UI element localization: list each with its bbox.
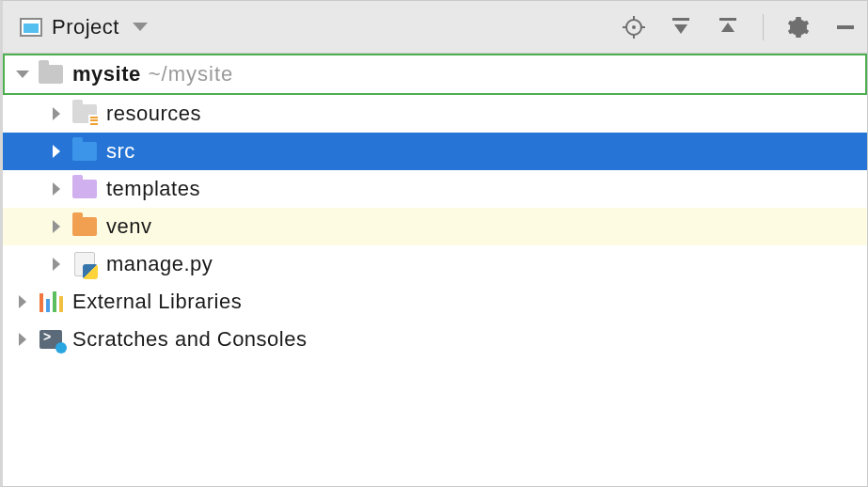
excluded-folder-icon — [71, 217, 99, 236]
tree-node-external-libraries[interactable]: External Libraries — [3, 283, 867, 321]
tree-node-resources[interactable]: resources — [3, 95, 867, 133]
scratches-icon — [37, 330, 65, 349]
chevron-collapsed-icon[interactable] — [48, 220, 65, 233]
templates-folder-icon — [71, 180, 99, 198]
svg-rect-8 — [719, 18, 736, 21]
node-label: mysite — [72, 62, 141, 86]
node-path: ~/mysite — [149, 62, 234, 86]
tree-node-venv[interactable]: venv — [3, 208, 867, 245]
node-label: src — [106, 139, 135, 164]
tree-node-root[interactable]: mysite ~/mysite — [3, 54, 867, 95]
project-tool-window: Project — [0, 0, 868, 487]
chevron-collapsed-icon[interactable] — [48, 107, 65, 120]
project-title: Project — [52, 15, 119, 39]
chevron-collapsed-icon[interactable] — [48, 258, 65, 271]
svg-marker-7 — [674, 24, 687, 34]
node-label: manage.py — [106, 252, 213, 276]
chevron-collapsed-icon[interactable] — [14, 333, 31, 346]
node-label: Scratches and Consoles — [72, 327, 307, 352]
chevron-collapsed-icon[interactable] — [48, 145, 65, 158]
tree-node-scratches[interactable]: Scratches and Consoles — [3, 321, 867, 358]
folder-icon — [37, 65, 65, 84]
tree-node-manage-py[interactable]: manage.py — [3, 245, 867, 283]
external-libraries-icon — [37, 291, 65, 312]
project-tree[interactable]: mysite ~/mysite resources src templates … — [3, 54, 867, 486]
tree-node-templates[interactable]: templates — [3, 170, 867, 208]
tree-node-src[interactable]: src — [3, 133, 867, 170]
chevron-down-icon — [133, 23, 148, 31]
svg-rect-6 — [672, 18, 689, 21]
chevron-collapsed-icon[interactable] — [14, 295, 31, 308]
node-label: templates — [106, 177, 200, 201]
settings-button[interactable] — [786, 15, 811, 39]
hide-button[interactable] — [833, 15, 858, 39]
node-label: External Libraries — [72, 290, 242, 314]
svg-point-1 — [632, 25, 636, 29]
collapse-all-button[interactable] — [716, 15, 740, 39]
project-view-selector[interactable]: Project — [20, 15, 148, 39]
chevron-collapsed-icon[interactable] — [48, 182, 65, 196]
svg-rect-10 — [837, 25, 854, 29]
locate-button[interactable] — [622, 15, 646, 39]
svg-marker-9 — [721, 23, 734, 32]
expand-all-button[interactable] — [669, 15, 693, 39]
resources-folder-icon — [71, 104, 99, 123]
project-header: Project — [3, 1, 867, 54]
source-folder-icon — [71, 142, 99, 161]
node-label: venv — [106, 214, 151, 239]
project-icon — [20, 18, 42, 37]
chevron-expanded-icon[interactable] — [14, 71, 31, 78]
python-file-icon — [71, 252, 99, 276]
node-label: resources — [106, 102, 201, 126]
divider — [763, 14, 764, 40]
header-actions — [622, 14, 858, 40]
